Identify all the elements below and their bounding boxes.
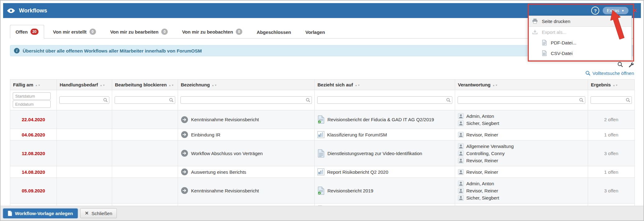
filter-input-handlungsbedarf[interactable] xyxy=(59,96,109,104)
tab-count-badge: 20 xyxy=(30,29,38,35)
cell-bearbeitung-blockieren xyxy=(112,129,178,140)
filter-wrap xyxy=(180,96,312,104)
chevron-down-icon: ▼ xyxy=(621,9,624,12)
table-header-row: Fällig am▲▼Handlungsbedarf▲▼Bearbeitung … xyxy=(10,80,635,90)
result-count: 3 offen xyxy=(591,151,632,156)
table-row[interactable]: 12.08.2020Workflow Abschluss von Verträg… xyxy=(10,140,635,166)
fulltext-search-link[interactable]: Volltextsuche öffnen xyxy=(585,70,634,77)
sort-icon[interactable]: ▲▼ xyxy=(492,84,498,87)
info-icon: i xyxy=(14,48,20,53)
workflow-entry: Workflow Abschluss von Verträgen xyxy=(181,150,312,157)
reference-name: Report Risikobericht Q2 2020 xyxy=(327,169,388,175)
tab-offen[interactable]: Offen20 xyxy=(10,25,44,39)
tab-vorlagen[interactable]: Vorlagen xyxy=(300,26,330,38)
due-date: 05.09.2020 xyxy=(13,188,54,193)
menu-item-seite-drucken[interactable]: Seite drucken xyxy=(528,16,632,27)
reference-name: Revisionsbericht der Fiducia & GAD IT AG… xyxy=(327,117,434,122)
workflow-icon xyxy=(181,131,188,138)
column-header-verantwortung: Verantwortung▲▼ xyxy=(455,80,588,90)
help-button[interactable]: ? xyxy=(591,7,599,15)
responsible-person: Admin, Anton xyxy=(458,113,585,119)
sort-icon[interactable]: ▲▼ xyxy=(100,84,105,87)
close-window-button[interactable]: ✕ xyxy=(633,7,637,14)
table-row[interactable]: 11.11.2021Einbindung in Klassifizierung/… xyxy=(10,204,635,206)
workflow-entry: Kenntnisnahme Revisionsbericht xyxy=(181,187,312,194)
sort-icon[interactable]: ▲▼ xyxy=(35,84,41,87)
column-label: Handlungsbedarf xyxy=(60,82,98,87)
cell-bezieht-sich-auf: Revisionsbericht der Fiducia & GAD IT AG… xyxy=(315,110,455,129)
person-icon xyxy=(458,181,464,186)
page-title: Workflows xyxy=(19,7,47,14)
workflow-name: Einbindung IR xyxy=(191,132,220,137)
table-row[interactable]: 14.08.2020Auswertung eines BerichtsRepor… xyxy=(10,166,635,178)
cell-ergebnis: 3 offen xyxy=(588,178,635,204)
filter-cell-ergebnis xyxy=(588,90,635,110)
column-label: Verantwortung xyxy=(458,82,491,87)
cell-handlungsbedarf xyxy=(57,140,112,166)
search-icon xyxy=(446,98,451,103)
table-row[interactable]: 04.06.2020Einbindung IRKlassifizierung f… xyxy=(10,129,635,140)
create-workflow-template-button[interactable]: Workflow-Vorlage anlegen xyxy=(3,209,78,218)
reference-entry: Report Risikobericht Q2 2020 xyxy=(317,168,452,176)
person-name: Revisor, Reiner xyxy=(466,169,498,175)
tab-label: Offen xyxy=(16,29,28,35)
sort-icon[interactable]: ▲▼ xyxy=(355,84,360,87)
start-date-filter-input[interactable] xyxy=(13,92,51,100)
reference-name: Revisionsbericht 2019 xyxy=(327,188,373,193)
tab-abgeschlossen[interactable]: Abgeschlossen xyxy=(251,26,296,38)
end-date-filter-input[interactable] xyxy=(13,100,51,108)
filter-input-bearbeitung-blockieren[interactable] xyxy=(115,96,175,104)
reference-entry: Dienstleistungsvertrag zur Video-Identif… xyxy=(317,149,452,158)
tab-count-badge: 0 xyxy=(161,29,168,35)
workflow-name: Auswertung eines Berichts xyxy=(191,169,246,175)
doc-icon xyxy=(317,149,325,158)
result-count: 1 offen xyxy=(591,132,632,137)
doc-check-icon xyxy=(317,115,325,124)
doc-check-icon xyxy=(317,186,325,195)
filter-wrap xyxy=(115,96,175,104)
extras-label: Extras xyxy=(607,8,619,13)
sort-icon[interactable]: ▲▼ xyxy=(613,84,618,87)
cell-bearbeitung-blockieren xyxy=(112,166,178,178)
tab-von-mir-zu-beobachten[interactable]: Von mir zu beobachten0 xyxy=(177,25,248,38)
menu-item-pdf-datei[interactable]: PDF-Datei... xyxy=(528,37,632,48)
tab-von-mir-erstellt[interactable]: Von mir erstellt0 xyxy=(48,25,101,38)
workflow-entry: Einbindung IR xyxy=(181,131,312,138)
column-label: Ergebnis xyxy=(591,82,611,87)
menu-item-label: Seite drucken xyxy=(542,19,570,24)
info-text: Übersicht über alle offenen Workflows al… xyxy=(23,48,202,53)
cell-faellig-am: 22.04.2020 xyxy=(10,110,57,129)
sort-icon[interactable]: ▲▼ xyxy=(212,84,217,87)
filter-input-bezeichnung[interactable] xyxy=(180,96,312,104)
cell-bezieht-sich-auf: Report Risikobericht Q2 2020 xyxy=(315,166,455,178)
filter-input-bezieht-sich-auf[interactable] xyxy=(317,96,452,104)
cell-handlungsbedarf xyxy=(57,166,112,178)
csv-file-icon xyxy=(542,50,547,56)
column-header-bearbeitung-blockieren: Bearbeitung blockieren▲▼ xyxy=(112,80,178,90)
close-button[interactable]: ✕ Schließen xyxy=(80,208,117,218)
filter-wrap xyxy=(59,96,109,104)
workflow-name: Kenntnisnahme Revisionsbericht xyxy=(191,117,259,122)
sort-icon[interactable]: ▲▼ xyxy=(169,84,174,87)
settings-wrench-icon[interactable] xyxy=(628,62,634,67)
cell-bearbeitung-blockieren xyxy=(112,140,178,166)
cell-ergebnis: 1 offen xyxy=(588,129,635,140)
tab-von-mir-zu-bearbeiten[interactable]: Von mir zu bearbeiten0 xyxy=(105,25,173,38)
person-icon xyxy=(458,150,464,156)
table-row[interactable]: 22.04.2020Kenntnisnahme Revisionsbericht… xyxy=(10,110,635,129)
search-icon xyxy=(585,71,591,76)
reference-entry: Klassifizierung für ForumISM xyxy=(317,131,452,138)
person-name: Admin, Anton xyxy=(466,113,494,119)
menu-item-csv-datei[interactable]: CSV-Datei xyxy=(528,48,632,58)
filter-input-verantwortung[interactable] xyxy=(458,96,585,104)
tab-label: Abgeschlossen xyxy=(257,30,291,35)
table-row[interactable]: 05.09.2020Kenntnisnahme Revisionsbericht… xyxy=(10,178,635,204)
workflow-name: Workflow Abschluss von Verträgen xyxy=(191,151,263,156)
tab-label: Vorlagen xyxy=(305,30,325,35)
extras-button[interactable]: Extras ▼ xyxy=(603,7,628,14)
tab-label: Von mir erstellt xyxy=(53,29,87,35)
search-icon[interactable] xyxy=(617,62,623,67)
person-name: Revisor, Reiner xyxy=(466,188,498,193)
search-icon xyxy=(306,98,310,103)
result-count: 1 offen xyxy=(591,169,632,175)
